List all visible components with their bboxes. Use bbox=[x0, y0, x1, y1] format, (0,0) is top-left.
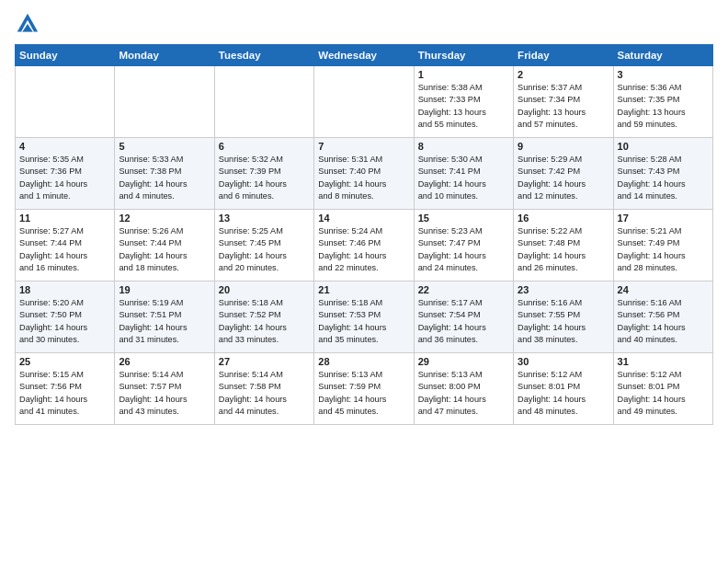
day-info: Sunrise: 5:35 AM Sunset: 7:36 PM Dayligh… bbox=[19, 154, 110, 202]
day-info: Sunrise: 5:18 AM Sunset: 7:53 PM Dayligh… bbox=[318, 297, 409, 346]
calendar-cell-5-1: 25Sunrise: 5:15 AM Sunset: 7:56 PM Dayli… bbox=[16, 353, 115, 425]
calendar-cell-4-2: 19Sunrise: 5:19 AM Sunset: 7:51 PM Dayli… bbox=[115, 282, 214, 353]
day-info: Sunrise: 5:14 AM Sunset: 7:58 PM Dayligh… bbox=[219, 369, 310, 418]
calendar-cell-4-5: 22Sunrise: 5:17 AM Sunset: 7:54 PM Dayli… bbox=[414, 282, 513, 353]
day-info: Sunrise: 5:32 AM Sunset: 7:39 PM Dayligh… bbox=[219, 154, 310, 202]
week-row-1: 1Sunrise: 5:38 AM Sunset: 7:33 PM Daylig… bbox=[16, 66, 713, 138]
day-number: 30 bbox=[518, 356, 609, 367]
weekday-header-thursday: Thursday bbox=[414, 45, 513, 66]
calendar-cell-2-2: 5Sunrise: 5:33 AM Sunset: 7:38 PM Daylig… bbox=[115, 138, 214, 210]
day-info: Sunrise: 5:33 AM Sunset: 7:38 PM Dayligh… bbox=[119, 154, 210, 202]
day-info: Sunrise: 5:28 AM Sunset: 7:43 PM Dayligh… bbox=[618, 154, 709, 202]
day-number: 17 bbox=[618, 213, 709, 224]
day-number: 31 bbox=[618, 356, 709, 367]
day-number: 5 bbox=[119, 141, 210, 152]
weekday-header-monday: Monday bbox=[115, 45, 214, 66]
day-info: Sunrise: 5:18 AM Sunset: 7:52 PM Dayligh… bbox=[219, 297, 310, 346]
calendar-cell-5-7: 31Sunrise: 5:12 AM Sunset: 8:01 PM Dayli… bbox=[613, 353, 712, 425]
day-info: Sunrise: 5:21 AM Sunset: 7:49 PM Dayligh… bbox=[618, 225, 709, 274]
weekday-header-wednesday: Wednesday bbox=[314, 45, 414, 66]
calendar-cell-2-4: 7Sunrise: 5:31 AM Sunset: 7:40 PM Daylig… bbox=[314, 138, 414, 210]
day-number: 22 bbox=[418, 284, 509, 295]
day-number: 12 bbox=[119, 213, 210, 224]
day-info: Sunrise: 5:23 AM Sunset: 7:47 PM Dayligh… bbox=[418, 225, 509, 274]
day-info: Sunrise: 5:16 AM Sunset: 7:56 PM Dayligh… bbox=[618, 297, 709, 346]
day-info: Sunrise: 5:24 AM Sunset: 7:46 PM Dayligh… bbox=[318, 225, 409, 274]
day-number: 6 bbox=[219, 141, 310, 152]
week-row-2: 4Sunrise: 5:35 AM Sunset: 7:36 PM Daylig… bbox=[16, 138, 713, 210]
weekday-header-sunday: Sunday bbox=[16, 45, 115, 66]
day-number: 14 bbox=[318, 213, 409, 224]
calendar-cell-4-7: 24Sunrise: 5:16 AM Sunset: 7:56 PM Dayli… bbox=[613, 282, 712, 353]
day-number: 1 bbox=[418, 69, 509, 80]
day-info: Sunrise: 5:26 AM Sunset: 7:44 PM Dayligh… bbox=[119, 225, 210, 274]
day-number: 18 bbox=[19, 284, 110, 295]
calendar-cell-5-3: 27Sunrise: 5:14 AM Sunset: 7:58 PM Dayli… bbox=[214, 353, 313, 425]
calendar-cell-3-7: 17Sunrise: 5:21 AM Sunset: 7:49 PM Dayli… bbox=[613, 210, 712, 282]
calendar-cell-3-3: 13Sunrise: 5:25 AM Sunset: 7:45 PM Dayli… bbox=[214, 210, 313, 282]
week-row-5: 25Sunrise: 5:15 AM Sunset: 7:56 PM Dayli… bbox=[16, 353, 713, 425]
calendar-cell-5-4: 28Sunrise: 5:13 AM Sunset: 7:59 PM Dayli… bbox=[314, 353, 414, 425]
day-number: 15 bbox=[418, 213, 509, 224]
day-info: Sunrise: 5:15 AM Sunset: 7:56 PM Dayligh… bbox=[19, 369, 110, 418]
day-info: Sunrise: 5:14 AM Sunset: 7:57 PM Dayligh… bbox=[119, 369, 210, 418]
calendar-cell-1-4 bbox=[314, 66, 414, 138]
day-number: 23 bbox=[518, 284, 609, 295]
calendar-cell-2-7: 10Sunrise: 5:28 AM Sunset: 7:43 PM Dayli… bbox=[613, 138, 712, 210]
day-number: 13 bbox=[219, 213, 310, 224]
calendar-cell-3-6: 16Sunrise: 5:22 AM Sunset: 7:48 PM Dayli… bbox=[514, 210, 613, 282]
calendar-cell-5-2: 26Sunrise: 5:14 AM Sunset: 7:57 PM Dayli… bbox=[115, 353, 214, 425]
calendar-cell-1-5: 1Sunrise: 5:38 AM Sunset: 7:33 PM Daylig… bbox=[414, 66, 513, 138]
day-number: 26 bbox=[119, 356, 210, 367]
day-number: 24 bbox=[618, 284, 709, 295]
calendar-cell-2-3: 6Sunrise: 5:32 AM Sunset: 7:39 PM Daylig… bbox=[214, 138, 313, 210]
calendar-cell-1-3 bbox=[214, 66, 313, 138]
day-number: 2 bbox=[518, 69, 609, 80]
day-number: 3 bbox=[618, 69, 709, 80]
logo-icon bbox=[15, 11, 40, 37]
week-row-3: 11Sunrise: 5:27 AM Sunset: 7:44 PM Dayli… bbox=[16, 210, 713, 282]
header bbox=[15, 11, 713, 37]
day-info: Sunrise: 5:22 AM Sunset: 7:48 PM Dayligh… bbox=[518, 225, 609, 274]
calendar-cell-4-1: 18Sunrise: 5:20 AM Sunset: 7:50 PM Dayli… bbox=[16, 282, 115, 353]
weekday-header-friday: Friday bbox=[514, 45, 613, 66]
calendar-cell-1-7: 3Sunrise: 5:36 AM Sunset: 7:35 PM Daylig… bbox=[613, 66, 712, 138]
day-info: Sunrise: 5:37 AM Sunset: 7:34 PM Dayligh… bbox=[518, 82, 609, 131]
day-number: 9 bbox=[518, 141, 609, 152]
day-number: 7 bbox=[318, 141, 409, 152]
calendar-cell-2-5: 8Sunrise: 5:30 AM Sunset: 7:41 PM Daylig… bbox=[414, 138, 513, 210]
day-number: 4 bbox=[19, 141, 110, 152]
day-number: 11 bbox=[19, 213, 110, 224]
day-number: 10 bbox=[618, 141, 709, 152]
page: SundayMondayTuesdayWednesdayThursdayFrid… bbox=[0, 0, 728, 563]
day-number: 21 bbox=[318, 284, 409, 295]
day-info: Sunrise: 5:38 AM Sunset: 7:33 PM Dayligh… bbox=[418, 82, 509, 131]
day-info: Sunrise: 5:16 AM Sunset: 7:55 PM Dayligh… bbox=[518, 297, 609, 346]
logo bbox=[15, 11, 44, 37]
day-info: Sunrise: 5:13 AM Sunset: 7:59 PM Dayligh… bbox=[318, 369, 409, 418]
calendar-cell-1-2 bbox=[115, 66, 214, 138]
day-number: 20 bbox=[219, 284, 310, 295]
day-number: 27 bbox=[219, 356, 310, 367]
day-info: Sunrise: 5:27 AM Sunset: 7:44 PM Dayligh… bbox=[19, 225, 110, 274]
calendar-table: SundayMondayTuesdayWednesdayThursdayFrid… bbox=[15, 44, 713, 425]
day-number: 28 bbox=[318, 356, 409, 367]
day-number: 16 bbox=[518, 213, 609, 224]
day-number: 29 bbox=[418, 356, 509, 367]
weekday-header-row: SundayMondayTuesdayWednesdayThursdayFrid… bbox=[16, 45, 713, 66]
weekday-header-saturday: Saturday bbox=[613, 45, 712, 66]
calendar-cell-5-6: 30Sunrise: 5:12 AM Sunset: 8:01 PM Dayli… bbox=[514, 353, 613, 425]
weekday-header-tuesday: Tuesday bbox=[214, 45, 313, 66]
calendar-cell-2-1: 4Sunrise: 5:35 AM Sunset: 7:36 PM Daylig… bbox=[16, 138, 115, 210]
calendar-cell-4-6: 23Sunrise: 5:16 AM Sunset: 7:55 PM Dayli… bbox=[514, 282, 613, 353]
day-info: Sunrise: 5:12 AM Sunset: 8:01 PM Dayligh… bbox=[618, 369, 709, 418]
day-number: 25 bbox=[19, 356, 110, 367]
week-row-4: 18Sunrise: 5:20 AM Sunset: 7:50 PM Dayli… bbox=[16, 282, 713, 353]
calendar-cell-5-5: 29Sunrise: 5:13 AM Sunset: 8:00 PM Dayli… bbox=[414, 353, 513, 425]
day-number: 8 bbox=[418, 141, 509, 152]
calendar-cell-3-5: 15Sunrise: 5:23 AM Sunset: 7:47 PM Dayli… bbox=[414, 210, 513, 282]
day-info: Sunrise: 5:12 AM Sunset: 8:01 PM Dayligh… bbox=[518, 369, 609, 418]
day-info: Sunrise: 5:36 AM Sunset: 7:35 PM Dayligh… bbox=[618, 82, 709, 131]
calendar-cell-1-6: 2Sunrise: 5:37 AM Sunset: 7:34 PM Daylig… bbox=[514, 66, 613, 138]
day-info: Sunrise: 5:19 AM Sunset: 7:51 PM Dayligh… bbox=[119, 297, 210, 346]
